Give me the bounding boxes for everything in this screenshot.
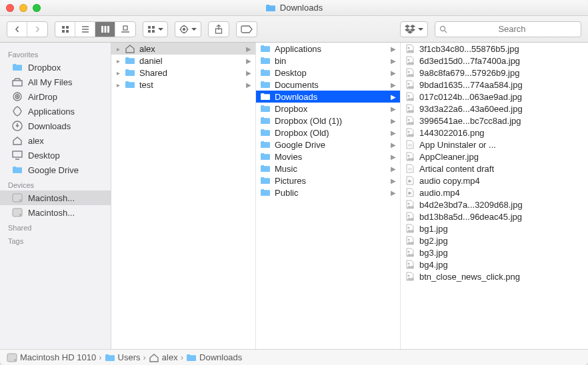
sidebar-item[interactable]: Macintosh...	[0, 190, 111, 205]
column-row[interactable]: Documents▶	[256, 79, 400, 91]
minimize-window[interactable]	[19, 4, 27, 12]
sidebar-item[interactable]: Dropbox	[0, 60, 111, 75]
column-row[interactable]: ▸test▶	[111, 79, 255, 91]
chevron-right-icon: ▶	[391, 69, 396, 77]
close-window[interactable]	[6, 4, 14, 12]
column-row[interactable]: bd13b8a5d...96deac45.jpg	[401, 210, 588, 222]
column-row[interactable]: Movies▶	[256, 151, 400, 163]
path-item[interactable]: alex	[149, 352, 178, 362]
zoom-window[interactable]	[33, 4, 41, 12]
arrange-menu[interactable]	[143, 21, 168, 37]
column-row[interactable]: 3f1cb34c80...55876b5.jpg	[401, 43, 588, 55]
column[interactable]: 3f1cb34c80...55876b5.jpg6d3ed15d0...7fa7…	[401, 43, 588, 349]
column-row[interactable]: AppCleaner.jpg	[401, 151, 588, 163]
column-row[interactable]: 6d3ed15d0...7fa7400a.jpg	[401, 55, 588, 67]
column-row[interactable]: 017c0124b...063ae9ad.jpg	[401, 91, 588, 103]
path-item[interactable]: Users	[105, 352, 141, 362]
svg-rect-12	[148, 26, 151, 29]
image-icon	[405, 104, 415, 113]
dropbox-button[interactable]	[400, 21, 428, 37]
sidebar-item[interactable]: Google Drive	[0, 163, 111, 177]
folder-icon	[125, 68, 135, 77]
svg-point-46	[408, 155, 409, 157]
sidebar-item[interactable]: Applications	[0, 104, 111, 119]
row-label: Documents	[275, 80, 387, 90]
view-coverflow[interactable]	[115, 22, 135, 37]
column-row[interactable]: 3996541ae...bc7cc8ad.jpg	[401, 115, 588, 127]
column-row[interactable]: bg3.jpg	[401, 246, 588, 258]
column-row[interactable]: b4d2e3bd7a...3209d68.jpg	[401, 198, 588, 210]
view-list[interactable]	[75, 22, 95, 37]
row-label: bin	[275, 56, 387, 66]
column-row[interactable]: Applications▶	[256, 43, 400, 55]
chevron-right-icon: ▶	[391, 153, 396, 161]
sidebar-item[interactable]: alex	[0, 133, 111, 148]
column-row[interactable]: Dropbox (Old (1))▶	[256, 115, 400, 127]
column-row[interactable]: bg2.jpg	[401, 234, 588, 246]
column-row[interactable]: Desktop▶	[256, 67, 400, 79]
path-item[interactable]: Macintosh HD 1010	[7, 352, 96, 362]
search-field[interactable]	[435, 21, 581, 37]
column-row[interactable]: audio copy.mp4	[401, 175, 588, 186]
svg-rect-14	[148, 30, 151, 33]
column-row[interactable]: Pictures▶	[256, 175, 400, 186]
column-row[interactable]: Dropbox▶	[256, 103, 400, 115]
sidebar-item[interactable]: Desktop	[0, 148, 111, 163]
sidebar-item[interactable]: Downloads	[0, 119, 111, 133]
desktop-icon	[12, 150, 23, 161]
column-row[interactable]: Public▶	[256, 186, 400, 198]
sidebar-item[interactable]: AirDrop	[0, 89, 111, 104]
chevron-right-icon: ▶	[391, 45, 396, 53]
svg-rect-2	[62, 30, 65, 33]
column[interactable]: Applications▶bin▶Desktop▶Documents▶Downl…	[256, 43, 401, 349]
view-columns[interactable]	[95, 22, 115, 37]
column-row[interactable]: audio.mp4	[401, 186, 588, 198]
back-button[interactable]	[7, 22, 27, 37]
chevron-right-icon: ▶	[391, 141, 396, 149]
column-row[interactable]: bg4.jpg	[401, 258, 588, 270]
svg-rect-15	[152, 30, 155, 33]
column-row[interactable]: 1443022016.png	[401, 127, 588, 139]
row-label: Google Drive	[275, 140, 387, 150]
column-row[interactable]: Artical content draft	[401, 163, 588, 175]
svg-rect-8	[104, 26, 106, 33]
row-label: 1443022016.png	[419, 128, 584, 138]
column-row[interactable]: bin▶	[256, 55, 400, 67]
chevron-right-icon: ▶	[391, 165, 396, 173]
column-row[interactable]: 9a8c8fa679...57926b9.jpg	[401, 67, 588, 79]
svg-point-35	[20, 214, 21, 216]
share-button[interactable]	[208, 21, 229, 37]
column-row[interactable]: ▸daniel▶	[111, 55, 255, 67]
disk-icon	[7, 353, 17, 362]
action-menu[interactable]	[175, 21, 201, 37]
column-row[interactable]: 93d3a22a6...43a60eed.jpg	[401, 103, 588, 115]
path-item-label: Macintosh HD 1010	[20, 352, 96, 362]
column-row[interactable]: 9bdad1635...774aa584.jpg	[401, 79, 588, 91]
disk-icon	[12, 192, 23, 203]
column-row[interactable]: Music▶	[256, 163, 400, 175]
disclosure-icon: ▸	[115, 69, 121, 77]
row-label: daniel	[139, 56, 242, 66]
sidebar: FavoritesDropboxAll My FilesAirDropAppli…	[0, 43, 111, 349]
column-row[interactable]: App Uninstaler or ...	[401, 139, 588, 151]
column-row[interactable]: ▸Shared▶	[111, 67, 255, 79]
path-item[interactable]: Downloads	[186, 352, 242, 362]
sidebar-item[interactable]: Macintosh...	[0, 205, 111, 220]
folder-icon	[260, 92, 271, 101]
column-row[interactable]: Google Drive▶	[256, 139, 400, 151]
column-row[interactable]: ▸alex▶	[111, 43, 255, 55]
view-icon-grid[interactable]	[55, 22, 75, 37]
tags-button[interactable]	[236, 21, 257, 37]
column-row[interactable]: Dropbox (Old)▶	[256, 127, 400, 139]
column-row[interactable]: btn_close_news_click.png	[401, 270, 588, 282]
main-area: FavoritesDropboxAll My FilesAirDropAppli…	[0, 43, 588, 349]
search-input[interactable]	[447, 24, 577, 34]
column-row[interactable]: bg1.jpg	[401, 222, 588, 234]
path-item-label: Downloads	[199, 352, 242, 362]
sidebar-section-header: Favorites	[0, 47, 111, 60]
chevron-right-icon: ▶	[391, 57, 396, 65]
sidebar-item[interactable]: All My Files	[0, 75, 111, 89]
column-row[interactable]: Downloads▶	[256, 91, 400, 103]
forward-button[interactable]	[27, 22, 47, 37]
column[interactable]: ▸alex▶▸daniel▶▸Shared▶▸test▶	[111, 43, 256, 349]
